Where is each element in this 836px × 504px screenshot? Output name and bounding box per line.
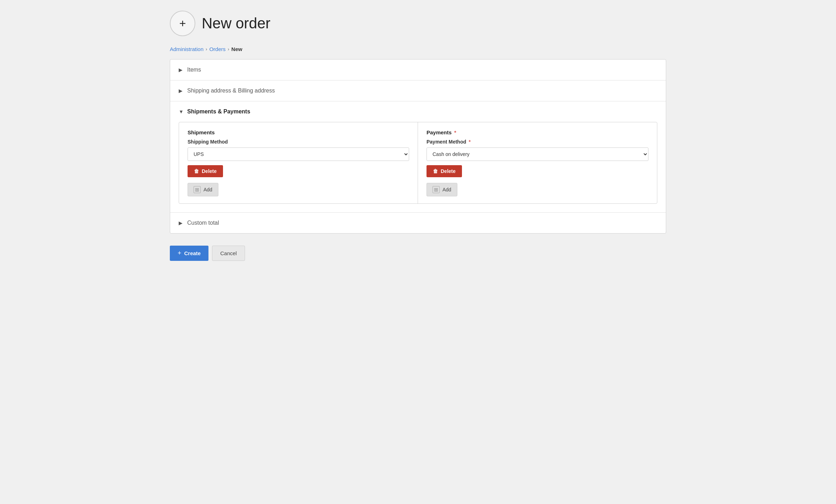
- page-wrapper: + New order Administration › Orders › Ne…: [170, 7, 666, 264]
- accordion-title-items: Items: [187, 67, 201, 73]
- cancel-button[interactable]: Cancel: [212, 246, 245, 261]
- accordion-header-shipping-billing[interactable]: ▶ Shipping address & Billing address: [170, 80, 666, 101]
- new-order-icon: +: [170, 11, 195, 36]
- payment-method-required-star: *: [469, 139, 470, 145]
- create-plus-icon: +: [178, 250, 182, 257]
- accordion-section-shipments-payments: ▼ Shipments & Payments Shipments Shippin…: [170, 101, 666, 213]
- shipping-method-select[interactable]: UPS FedEx DHL USPS: [188, 147, 409, 161]
- breadcrumb-sep-2: ›: [228, 46, 229, 52]
- breadcrumb-administration[interactable]: Administration: [170, 46, 204, 52]
- accordion-toggle-shipments-payments: ▼: [179, 109, 184, 114]
- main-card: ▶ Items ▶ Shipping address & Billing add…: [170, 59, 666, 234]
- shipments-add-icon: ⊞: [194, 186, 201, 193]
- breadcrumb-new: New: [232, 46, 243, 52]
- shipments-title: Shipments: [188, 129, 409, 135]
- shipments-column: Shipments Shipping Method UPS FedEx DHL …: [179, 122, 418, 203]
- accordion-toggle-items: ▶: [179, 67, 184, 73]
- breadcrumb-orders[interactable]: Orders: [209, 46, 225, 52]
- payments-delete-button[interactable]: 🗑 Delete: [427, 165, 462, 177]
- create-button[interactable]: + Create: [170, 246, 208, 261]
- shipping-method-label: Shipping Method: [188, 139, 409, 145]
- sp-grid: Shipments Shipping Method UPS FedEx DHL …: [179, 122, 657, 204]
- plus-symbol: +: [179, 17, 186, 30]
- payments-trash-icon: 🗑: [433, 168, 438, 174]
- breadcrumb-sep-1: ›: [206, 46, 207, 52]
- payments-required-star: *: [454, 129, 456, 135]
- create-label: Create: [184, 250, 201, 256]
- payments-add-button[interactable]: ⊞ Add: [427, 183, 457, 196]
- accordion-header-custom-total[interactable]: ▶ Custom total: [170, 213, 666, 233]
- shipments-payments-content: Shipments Shipping Method UPS FedEx DHL …: [170, 122, 666, 212]
- shipments-add-button[interactable]: ⊞ Add: [188, 183, 218, 196]
- payments-title: Payments *: [427, 129, 648, 135]
- accordion-toggle-shipping-billing: ▶: [179, 88, 184, 94]
- accordion-title-shipping-billing: Shipping address & Billing address: [187, 88, 275, 94]
- page-header: + New order: [170, 7, 666, 40]
- accordion-section-shipping-billing: ▶ Shipping address & Billing address: [170, 80, 666, 101]
- accordion-title-shipments-payments: Shipments & Payments: [187, 108, 250, 115]
- accordion-toggle-custom-total: ▶: [179, 220, 184, 226]
- shipments-trash-icon: 🗑: [194, 168, 199, 174]
- breadcrumb: Administration › Orders › New: [170, 46, 666, 52]
- accordion-title-custom-total: Custom total: [187, 220, 219, 226]
- accordion-header-items[interactable]: ▶ Items: [170, 60, 666, 80]
- bottom-actions: + Create Cancel: [170, 242, 666, 264]
- payments-add-icon: ⊞: [433, 186, 440, 193]
- page-title: New order: [202, 15, 271, 32]
- accordion-section-custom-total: ▶ Custom total: [170, 213, 666, 233]
- payment-method-select[interactable]: Cash on delivery Credit Card PayPal Bank…: [427, 147, 648, 161]
- shipments-delete-button[interactable]: 🗑 Delete: [188, 165, 223, 177]
- accordion-section-items: ▶ Items: [170, 60, 666, 80]
- payment-method-label: Payment Method *: [427, 139, 648, 145]
- payments-column: Payments * Payment Method * Cash on deli…: [418, 122, 657, 203]
- accordion-header-shipments-payments[interactable]: ▼ Shipments & Payments: [170, 101, 666, 122]
